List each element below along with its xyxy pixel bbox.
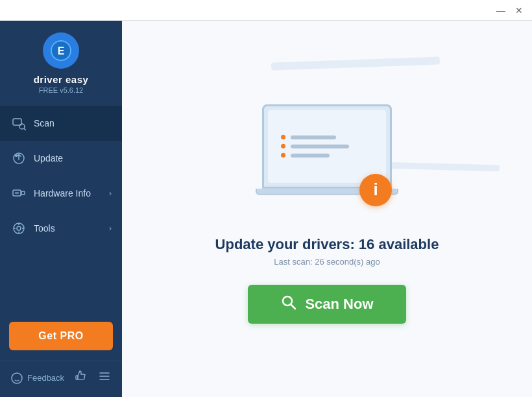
screen-dot-2 <box>281 144 285 149</box>
screen-bar-1 <box>291 135 336 139</box>
sidebar: E driver easy FREE v5.6.12 S <box>0 21 122 397</box>
svg-point-16 <box>12 373 22 383</box>
logo-text: driver easy <box>34 74 89 85</box>
hardware-icon <box>10 185 27 202</box>
main-content: E driver easy FREE v5.6.12 S <box>0 21 532 397</box>
screen-bar-3 <box>291 153 330 157</box>
minimize-button[interactable]: — <box>493 3 509 18</box>
sidebar-item-hardware-info[interactable]: Hardware Info › <box>0 176 122 211</box>
screen-line-2 <box>281 144 349 149</box>
close-button[interactable]: ✕ <box>511 3 527 18</box>
sidebar-item-update[interactable]: Update <box>0 141 122 176</box>
list-icon[interactable] <box>97 369 112 387</box>
screen-dot-1 <box>281 135 285 139</box>
screen-line-3 <box>281 153 330 158</box>
scan-now-button[interactable]: Scan Now <box>248 285 405 324</box>
tools-label: Tools <box>34 223 109 234</box>
logo-icon: E <box>43 32 79 69</box>
svg-line-22 <box>291 304 296 309</box>
sidebar-item-tools[interactable]: Tools › <box>0 211 122 246</box>
tools-arrow: › <box>109 224 112 233</box>
nav-menu: Scan Update <box>0 106 122 315</box>
deco-bar-1 <box>271 56 440 70</box>
main-title: Update your drivers: 16 available <box>215 236 439 253</box>
get-pro-button[interactable]: Get PRO <box>9 322 113 350</box>
screen-bar-2 <box>291 144 349 148</box>
svg-rect-9 <box>21 191 25 195</box>
info-badge: i <box>359 174 392 206</box>
scan-icon <box>10 115 27 132</box>
svg-rect-17 <box>76 376 78 379</box>
screen-dot-3 <box>281 153 285 158</box>
title-bar: — ✕ <box>0 0 532 21</box>
hardware-info-arrow: › <box>109 189 112 198</box>
main-subtitle: Last scan: 26 second(s) ago <box>274 257 380 267</box>
main-panel: i Update your drivers: 16 available Last… <box>122 21 532 397</box>
feedback-button[interactable]: Feedback <box>10 372 64 385</box>
svg-rect-8 <box>15 192 19 194</box>
logo-version: FREE v5.6.12 <box>39 86 83 94</box>
thumbs-up-icon[interactable] <box>74 369 88 387</box>
svg-point-11 <box>17 226 21 230</box>
app-window: — ✕ E driver easy FREE v5.6.12 <box>0 0 532 397</box>
tools-icon <box>10 220 27 237</box>
scan-now-icon <box>280 294 297 315</box>
scan-label: Scan <box>34 118 112 128</box>
update-label: Update <box>34 153 112 163</box>
scan-now-label: Scan Now <box>305 296 373 313</box>
screen-line-1 <box>281 135 336 139</box>
laptop-screen-content <box>268 110 386 182</box>
sidebar-item-scan[interactable]: Scan <box>0 106 122 141</box>
laptop-illustration: i <box>223 95 431 224</box>
hardware-info-label: Hardware Info <box>34 188 109 198</box>
logo-area: E driver easy FREE v5.6.12 <box>0 21 122 103</box>
svg-text:E: E <box>58 45 65 56</box>
svg-point-6 <box>15 154 18 157</box>
update-icon <box>10 150 27 167</box>
svg-line-4 <box>24 128 26 130</box>
sidebar-footer: Feedback <box>0 361 122 397</box>
feedback-label: Feedback <box>27 373 64 383</box>
